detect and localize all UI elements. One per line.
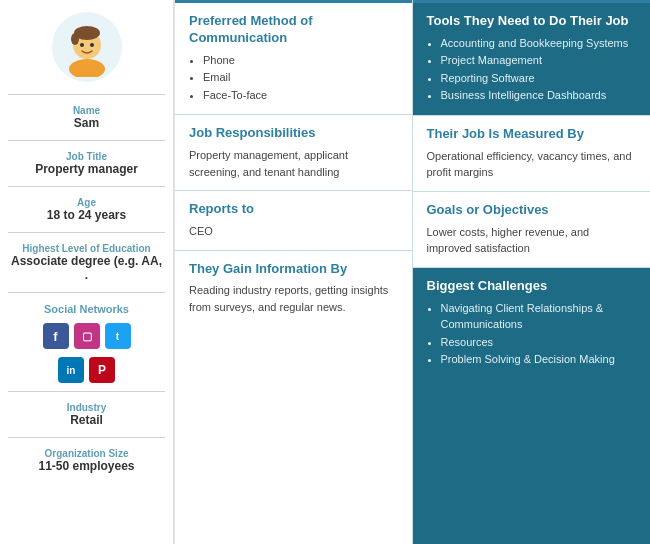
avatar [52, 12, 122, 82]
svg-point-0 [69, 59, 105, 77]
divider-6 [8, 391, 165, 392]
divider-7 [8, 437, 165, 438]
gain-title: They Gain Information By [189, 261, 398, 278]
main-grid: Preferred Method of Communication Phone … [175, 0, 650, 544]
svg-point-4 [80, 43, 84, 47]
facebook-icon[interactable]: f [43, 323, 69, 349]
responsibilities-title: Job Responsibilities [189, 125, 398, 142]
reports-card: Reports to CEO [175, 191, 412, 250]
gain-body: Reading industry reports, getting insigh… [189, 282, 398, 315]
preferred-item-0: Phone [203, 52, 398, 69]
divider-4 [8, 232, 165, 233]
tools-title: Tools They Need to Do Their Job [427, 13, 637, 30]
preferred-item-2: Face-To-face [203, 87, 398, 104]
reports-title: Reports to [189, 201, 398, 218]
age-field: Age 18 to 24 years [8, 195, 165, 224]
reports-body: CEO [189, 223, 398, 240]
preferred-communication-card: Preferred Method of Communication Phone … [175, 0, 412, 115]
tools-card: Tools They Need to Do Their Job Accounti… [413, 0, 651, 116]
industry-field: Industry Retail [8, 400, 165, 429]
responsibilities-card: Job Responsibilities Property management… [175, 115, 412, 191]
orgsize-field: Organization Size 11-50 employees [8, 446, 165, 475]
jobtitle-field: Job Title Property manager [8, 149, 165, 178]
tools-item-1: Project Management [441, 52, 637, 69]
challenges-card: Biggest Challenges Navigating Client Rel… [413, 268, 651, 544]
age-label: Age [8, 197, 165, 208]
divider-2 [8, 140, 165, 141]
goals-card: Goals or Objectives Lower costs, higher … [413, 192, 651, 268]
twitter-icon[interactable]: t [105, 323, 131, 349]
tools-item-3: Business Intelligence Dashboards [441, 87, 637, 104]
right-column: Tools They Need to Do Their Job Accounti… [413, 0, 651, 544]
left-column: Preferred Method of Communication Phone … [175, 0, 413, 544]
svg-point-5 [90, 43, 94, 47]
instagram-icon[interactable]: ▢ [74, 323, 100, 349]
preferred-body: Phone Email Face-To-face [189, 52, 398, 104]
industry-value: Retail [8, 413, 165, 427]
jobtitle-label: Job Title [8, 151, 165, 162]
challenges-item-1: Resources [441, 334, 637, 351]
challenges-body: Navigating Client Relationships & Commun… [427, 300, 637, 368]
challenges-item-2: Problem Solving & Decision Making [441, 351, 637, 368]
education-label: Highest Level of Education [8, 243, 165, 254]
goals-body: Lower costs, higher revenue, and improve… [427, 224, 637, 257]
measured-title: Their Job Is Measured By [427, 126, 637, 143]
linkedin-icon[interactable]: in [58, 357, 84, 383]
orgsize-value: 11-50 employees [8, 459, 165, 473]
measured-body: Operational efficiency, vacancy times, a… [427, 148, 637, 181]
education-value: Associate degree (e.g. AA, . [8, 254, 165, 282]
goals-title: Goals or Objectives [427, 202, 637, 219]
orgsize-label: Organization Size [8, 448, 165, 459]
sidebar: Name Sam Job Title Property manager Age … [0, 0, 175, 544]
name-field: Name Sam [8, 103, 165, 132]
social-row-1: f ▢ t [43, 323, 131, 349]
preferred-title: Preferred Method of Communication [189, 13, 398, 47]
pinterest-icon[interactable]: P [89, 357, 115, 383]
tools-body: Accounting and Bookkeeping Systems Proje… [427, 35, 637, 104]
education-field: Highest Level of Education Associate deg… [8, 241, 165, 284]
age-value: 18 to 24 years [8, 208, 165, 222]
preferred-item-1: Email [203, 69, 398, 86]
divider-1 [8, 94, 165, 95]
jobtitle-value: Property manager [8, 162, 165, 176]
divider-3 [8, 186, 165, 187]
tools-item-2: Reporting Software [441, 70, 637, 87]
challenges-title: Biggest Challenges [427, 278, 637, 295]
challenges-list: Navigating Client Relationships & Commun… [427, 300, 637, 368]
social-networks-title: Social Networks [44, 303, 129, 315]
svg-point-3 [71, 33, 79, 45]
challenges-item-0: Navigating Client Relationships & Commun… [441, 300, 637, 333]
measured-card: Their Job Is Measured By Operational eff… [413, 116, 651, 192]
preferred-list: Phone Email Face-To-face [189, 52, 398, 104]
gain-info-card: They Gain Information By Reading industr… [175, 251, 412, 544]
tools-item-0: Accounting and Bookkeeping Systems [441, 35, 637, 52]
name-value: Sam [8, 116, 165, 130]
divider-5 [8, 292, 165, 293]
name-label: Name [8, 105, 165, 116]
tools-list: Accounting and Bookkeeping Systems Proje… [427, 35, 637, 104]
social-row-2: in P [58, 357, 115, 383]
industry-label: Industry [8, 402, 165, 413]
responsibilities-body: Property management, applicant screening… [189, 147, 398, 180]
